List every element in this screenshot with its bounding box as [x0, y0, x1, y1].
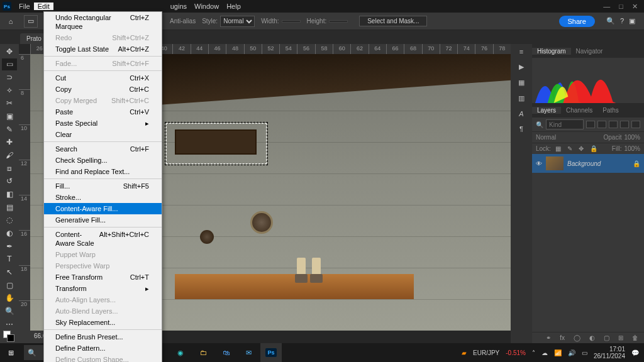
frame-tool-icon[interactable]: ▣	[2, 110, 17, 123]
width-input[interactable]	[282, 20, 301, 23]
menu-item[interactable]: Fill...Shift+F5	[44, 180, 162, 192]
store-icon[interactable]: 🛍	[215, 343, 236, 362]
zoom-tool-icon[interactable]: 🔍	[2, 305, 17, 317]
menu-window[interactable]: Window	[191, 3, 223, 10]
menu-item[interactable]: Find and Replace Text...	[44, 166, 162, 177]
visibility-icon[interactable]: 👁	[536, 160, 542, 167]
menu-item[interactable]: SearchCtrl+F	[44, 143, 162, 155]
swatches-icon[interactable]: ▦	[518, 79, 525, 87]
pen-tool-icon[interactable]: ✒	[2, 240, 17, 253]
heal-tool-icon[interactable]: ✚	[2, 136, 17, 149]
language-icon[interactable]: ▭	[582, 349, 587, 356]
ticker-pair[interactable]: EUR/JPY	[473, 349, 499, 356]
menu-item[interactable]: Transform▸	[44, 283, 162, 294]
maximize-icon[interactable]: □	[619, 3, 623, 10]
style-select[interactable]: Normal	[220, 16, 255, 27]
stamp-tool-icon[interactable]: ⧈	[2, 162, 17, 175]
start-button[interactable]: ⊞	[0, 343, 21, 362]
blur-tool-icon[interactable]: ◌	[2, 214, 17, 227]
menu-item[interactable]: Generative Fill...	[44, 214, 162, 226]
type-tool-icon[interactable]: T	[2, 253, 17, 266]
menu-item[interactable]: PasteCtrl+V	[44, 106, 162, 118]
menu-item[interactable]: Paste Special▸	[44, 118, 162, 129]
share-button[interactable]: Share	[559, 16, 595, 27]
marquee-tool-icon[interactable]: ▭	[24, 15, 38, 28]
height-input[interactable]	[329, 20, 348, 23]
path-tool-icon[interactable]: ↖	[2, 266, 17, 278]
hand-tool-icon[interactable]: ✋	[2, 292, 17, 304]
cloud-icon[interactable]: ☁	[541, 349, 548, 356]
filter-shape-icon[interactable]	[620, 121, 629, 128]
workspace-icon[interactable]: ▣	[629, 17, 635, 25]
tray-chevron-icon[interactable]: ˄	[532, 349, 535, 356]
wand-tool-icon[interactable]: ✧	[2, 84, 17, 97]
menu-plugins[interactable]: ugins	[167, 3, 191, 10]
link-icon[interactable]: ⚭	[544, 334, 553, 341]
explorer-icon[interactable]: 🗀	[192, 343, 214, 362]
paragraph-icon[interactable]: ¶	[519, 125, 523, 133]
dodge-tool-icon[interactable]: ◐	[2, 227, 17, 239]
tab-paths[interactable]: Paths	[597, 107, 624, 114]
group-icon[interactable]: ▢	[602, 334, 611, 341]
color-swatch[interactable]	[2, 331, 17, 343]
ticker-icon[interactable]: ▰	[462, 349, 467, 356]
close-icon[interactable]: ✕	[632, 3, 638, 11]
kind-filter[interactable]	[546, 119, 584, 129]
trash-icon[interactable]: 🗑	[630, 334, 640, 341]
lock-icon[interactable]: 🔒	[633, 160, 640, 167]
crop-tool-icon[interactable]: ✂	[2, 97, 17, 110]
fill-value[interactable]: 100%	[624, 145, 640, 152]
tab-channels[interactable]: Channels	[561, 107, 597, 114]
layer-thumbnail[interactable]	[546, 156, 564, 170]
lock-all-icon[interactable]: 🔒	[588, 145, 599, 152]
panel-icon[interactable]: ≡	[519, 48, 523, 55]
volume-icon[interactable]: 🔊	[568, 349, 575, 356]
adjust-icon[interactable]: ◐	[587, 334, 597, 341]
clock[interactable]: 17:0126/11/2024	[594, 346, 625, 359]
menu-item[interactable]: Define Brush Preset...	[44, 331, 162, 343]
tab-layers[interactable]: Layers	[532, 107, 561, 114]
menu-item[interactable]: Stroke...	[44, 192, 162, 203]
menu-item[interactable]: Content-Aware ScaleAlt+Shift+Ctrl+C	[44, 229, 162, 249]
filter-type-icon[interactable]	[609, 121, 618, 128]
menu-item[interactable]: Check Spelling...	[44, 155, 162, 166]
photoshop-taskbar-icon[interactable]: Ps	[260, 343, 282, 362]
minimize-icon[interactable]: —	[603, 3, 610, 10]
history-brush-icon[interactable]: ↺	[2, 175, 17, 188]
type-panel-icon[interactable]: A	[519, 110, 523, 118]
menu-item[interactable]: CutCtrl+X	[44, 72, 162, 84]
filter-icon[interactable]: 🔍	[536, 121, 543, 128]
eraser-tool-icon[interactable]: ◧	[2, 188, 17, 200]
menu-item[interactable]: Undo Rectangular MarqueeCtrl+Z	[44, 12, 162, 32]
menu-edit[interactable]: Edit	[34, 3, 53, 10]
menu-item[interactable]: CopyCtrl+C	[44, 84, 162, 95]
menu-file[interactable]: File	[15, 3, 34, 10]
home-icon[interactable]: ⌂	[4, 15, 18, 28]
lock-position-icon[interactable]: ✥	[577, 145, 586, 152]
more-tools-icon[interactable]: ⋯	[2, 318, 17, 331]
edge-icon[interactable]: ◉	[170, 343, 191, 362]
lasso-tool-icon[interactable]: ⊃	[2, 71, 17, 84]
eyedropper-tool-icon[interactable]: ✎	[2, 123, 17, 136]
menu-item[interactable]: Free TransformCtrl+T	[44, 272, 162, 283]
menu-item[interactable]: Define Pattern...	[44, 343, 162, 354]
filter-pixel-icon[interactable]	[586, 121, 595, 128]
select-and-mask-button[interactable]: Select and Mask...	[359, 16, 427, 26]
notifications-icon[interactable]: 💬	[631, 349, 639, 356]
shape-tool-icon[interactable]: ▢	[2, 279, 17, 292]
brush-tool-icon[interactable]: 🖌	[2, 149, 17, 162]
fx-icon[interactable]: fx	[558, 334, 567, 341]
libraries-icon[interactable]: ▥	[518, 94, 525, 102]
lock-pixels-icon[interactable]: ✎	[565, 145, 574, 152]
menu-item[interactable]: Toggle Last StateAlt+Ctrl+Z	[44, 43, 162, 55]
menu-help[interactable]: Help	[223, 3, 245, 10]
blend-select[interactable]: Normal	[536, 134, 601, 141]
mask-icon[interactable]: ◯	[572, 334, 582, 341]
filter-adjust-icon[interactable]	[597, 121, 606, 128]
play-icon[interactable]: ▶	[519, 63, 524, 71]
filter-smart-icon[interactable]	[631, 121, 640, 128]
lock-transparency-icon[interactable]: ▦	[553, 145, 563, 152]
tab-histogram[interactable]: Histogram	[532, 48, 571, 55]
tab-navigator[interactable]: Navigator	[571, 48, 608, 55]
marquee-tool-icon[interactable]: ▭	[2, 58, 17, 71]
